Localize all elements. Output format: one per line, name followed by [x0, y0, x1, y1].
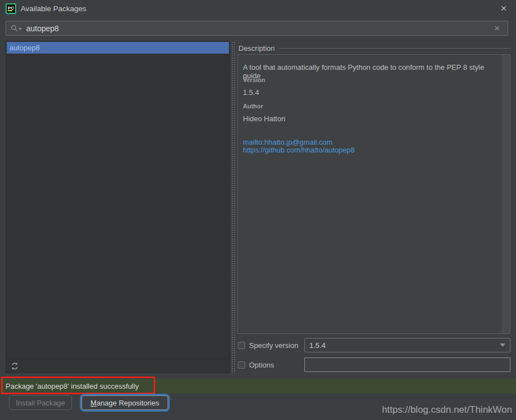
- version-combobox-value: 1.5.4: [309, 341, 326, 350]
- author-value: Hideo Hattori: [243, 114, 285, 123]
- author-email-link[interactable]: mailto:hhatto.jp@gmail.com: [243, 139, 355, 146]
- description-scrollbar[interactable]: [501, 55, 510, 333]
- specify-version-checkbox[interactable]: [238, 342, 245, 349]
- manage-repositories-mnemonic: M: [90, 399, 97, 407]
- status-bar: Package 'autopep8' installed successfull…: [0, 379, 516, 393]
- pycharm-logo-bar: [8, 10, 12, 11]
- install-package-button[interactable]: Install Package: [9, 395, 72, 410]
- specify-version-label: Specify version: [249, 341, 298, 350]
- search-options-control[interactable]: [11, 25, 22, 32]
- clear-search-button[interactable]: ×: [491, 23, 503, 33]
- title-bar: PC Available Packages ×: [0, 0, 516, 17]
- available-packages-dialog: PC Available Packages × × autopep8: [0, 0, 516, 420]
- refresh-icon: [11, 362, 19, 370]
- pycharm-logo-icon: PC: [6, 3, 16, 14]
- version-combobox[interactable]: 1.5.4: [304, 338, 510, 352]
- list-toolbar: [6, 359, 230, 373]
- search-field: ×: [6, 21, 508, 36]
- search-history-arrow-icon: [18, 28, 22, 30]
- manage-repositories-label: anage Repositories: [97, 399, 159, 407]
- project-homepage-link[interactable]: https://github.com/hhatto/autopep8: [243, 146, 355, 154]
- version-value: 1.5.4: [243, 88, 259, 97]
- version-label: Version: [243, 77, 265, 83]
- search-icon: [11, 25, 18, 32]
- refresh-button[interactable]: [11, 362, 19, 370]
- package-list: autopep8: [6, 41, 230, 373]
- package-summary: A tool that automatically formats Python…: [243, 63, 496, 80]
- chevron-down-icon: [500, 343, 505, 347]
- options-checkbox[interactable]: [238, 361, 245, 369]
- description-title-divider: [279, 48, 510, 49]
- splitter-handle[interactable]: [231, 41, 236, 373]
- close-icon: ×: [500, 2, 507, 14]
- package-links: mailto:hhatto.jp@gmail.com https://githu…: [243, 139, 355, 154]
- clear-icon: ×: [494, 23, 500, 34]
- list-item-autopep8[interactable]: autopep8: [7, 42, 229, 54]
- author-label: Author: [243, 103, 263, 109]
- install-package-label: Install Package: [16, 399, 65, 407]
- close-button[interactable]: ×: [497, 2, 510, 15]
- options-row: Options: [238, 361, 274, 369]
- search-input[interactable]: [26, 24, 491, 33]
- options-input[interactable]: [304, 357, 510, 372]
- specify-version-row: Specify version: [238, 341, 298, 350]
- status-message: Package 'autopep8' installed successfull…: [6, 382, 138, 390]
- manage-repositories-button[interactable]: Manage Repositories: [82, 395, 168, 410]
- description-section-header: Description: [238, 44, 510, 52]
- description-panel: A tool that automatically formats Python…: [237, 54, 510, 334]
- window-title: Available Packages: [21, 4, 87, 13]
- watermark-text: https://blog.csdn.net/ThinkWon: [382, 404, 512, 416]
- description-section-title: Description: [238, 44, 275, 52]
- options-label: Options: [249, 361, 274, 369]
